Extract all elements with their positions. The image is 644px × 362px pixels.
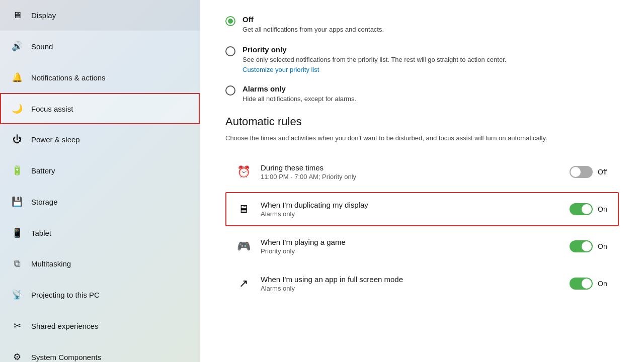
sidebar-item-storage[interactable]: 💾Storage <box>0 186 200 217</box>
rule-control-duplicating-display: On <box>570 203 610 215</box>
rule-subtitle-playing-game: Priority only <box>261 247 561 255</box>
radio-circle-off[interactable] <box>225 16 235 26</box>
radio-option-priority-only[interactable]: Priority onlySee only selected notificat… <box>225 45 619 73</box>
radio-desc-alarms-only: Hide all notifications, except for alarm… <box>243 95 356 104</box>
radio-text-alarms-only: Alarms onlyHide all notifications, excep… <box>243 84 356 104</box>
sidebar-label-sound: Sound <box>31 42 53 51</box>
rule-toggle-full-screen[interactable] <box>570 278 593 290</box>
sidebar-label-projecting: Projecting to this PC <box>31 291 100 299</box>
storage-icon: 💾 <box>11 196 23 207</box>
notifications-icon: 🔔 <box>11 72 23 83</box>
display-icon: 🖥 <box>11 10 23 21</box>
rule-icon-during-times: ⏰ <box>234 163 253 181</box>
rule-control-full-screen: On <box>570 278 610 290</box>
sidebar-item-projecting[interactable]: 📡Projecting to this PC <box>0 279 200 310</box>
rule-icon-playing-game: 🎮 <box>234 237 253 255</box>
automatic-rules-desc: Choose the times and activities when you… <box>225 133 619 143</box>
radio-option-off[interactable]: OffGet all notifications from your apps … <box>225 15 619 34</box>
radio-desc-off: Get all notifications from your apps and… <box>243 25 384 34</box>
sidebar-label-tablet: Tablet <box>31 229 51 237</box>
rule-toggle-label-full-screen: On <box>598 280 610 288</box>
sidebar-label-battery: Battery <box>31 166 55 175</box>
radio-circle-alarms-only[interactable] <box>225 85 235 96</box>
sidebar-item-power-sleep[interactable]: ⏻Power & sleep <box>0 124 200 155</box>
radio-circle-priority-only[interactable] <box>225 46 235 56</box>
sidebar-label-storage: Storage <box>31 198 58 206</box>
rule-toggle-playing-game[interactable] <box>570 240 593 252</box>
radio-label-alarms-only: Alarms only <box>243 84 356 93</box>
sidebar-item-battery[interactable]: 🔋Battery <box>0 155 200 186</box>
rule-toggle-knob-full-screen <box>582 279 592 289</box>
multitasking-icon: ⧉ <box>11 258 23 269</box>
sidebar-label-shared-exp: Shared experiences <box>31 322 98 330</box>
rule-toggle-knob-playing-game <box>582 241 592 251</box>
rule-toggle-knob-during-times <box>571 167 581 177</box>
rule-icon-duplicating-display: 🖥 <box>234 200 253 218</box>
rule-subtitle-full-screen: Alarms only <box>261 285 561 292</box>
sidebar-item-tablet[interactable]: 📱Tablet <box>0 217 200 248</box>
sidebar-label-power-sleep: Power & sleep <box>31 135 80 144</box>
rule-toggle-knob-duplicating-display <box>582 204 592 214</box>
rule-row-full-screen: ↗When I'm using an app in full screen mo… <box>225 266 619 301</box>
sound-icon: 🔊 <box>11 41 23 52</box>
radio-label-priority-only: Priority only <box>243 45 506 54</box>
radio-label-off: Off <box>243 15 384 24</box>
shared-exp-icon: ✂ <box>11 320 23 331</box>
automatic-rules-title: Automatic rules <box>225 115 619 128</box>
rule-title-duplicating-display: When I'm duplicating my display <box>261 201 561 209</box>
rule-toggle-label-during-times: Off <box>598 168 610 176</box>
tablet-icon: 📱 <box>11 227 23 238</box>
rule-icon-full-screen: ↗ <box>234 275 253 293</box>
rule-row-during-times: ⏰During these times11:00 PM - 7:00 AM; P… <box>225 155 619 189</box>
radio-text-off: OffGet all notifications from your apps … <box>243 15 384 34</box>
system-comp-icon: ⚙ <box>11 351 23 362</box>
rule-toggle-during-times[interactable] <box>570 166 593 178</box>
rule-title-during-times: During these times <box>261 163 561 172</box>
radio-desc-priority-only: See only selected notifications from the… <box>243 55 506 64</box>
rule-title-full-screen: When I'm using an app in full screen mod… <box>261 275 561 284</box>
sidebar-item-shared-exp[interactable]: ✂Shared experiences <box>0 310 200 341</box>
rule-text-full-screen: When I'm using an app in full screen mod… <box>261 275 561 292</box>
rule-subtitle-during-times: 11:00 PM - 7:00 AM; Priority only <box>261 173 561 180</box>
main-content: OffGet all notifications from your apps … <box>200 0 644 362</box>
projecting-icon: 📡 <box>11 289 23 300</box>
rule-text-playing-game: When I'm playing a gamePriority only <box>261 238 561 255</box>
battery-icon: 🔋 <box>11 165 23 176</box>
rule-toggle-duplicating-display[interactable] <box>570 203 593 215</box>
rule-title-playing-game: When I'm playing a game <box>261 238 561 246</box>
sidebar-item-display[interactable]: 🖥Display <box>0 0 200 31</box>
sidebar-label-notifications: Notifications & actions <box>31 73 106 82</box>
sidebar-item-focus-assist[interactable]: 🌙Focus assist <box>0 93 200 124</box>
rule-subtitle-duplicating-display: Alarms only <box>261 210 561 218</box>
radio-option-alarms-only[interactable]: Alarms onlyHide all notifications, excep… <box>225 84 619 104</box>
radio-text-priority-only: Priority onlySee only selected notificat… <box>243 45 506 73</box>
focus-assist-icon: 🌙 <box>11 103 23 114</box>
sidebar-item-notifications[interactable]: 🔔Notifications & actions <box>0 62 200 93</box>
sidebar-item-multitasking[interactable]: ⧉Multitasking <box>0 248 200 279</box>
sidebar-label-multitasking: Multitasking <box>31 259 71 268</box>
rule-text-duplicating-display: When I'm duplicating my displayAlarms on… <box>261 201 561 218</box>
sidebar: 🖥Display🔊Sound🔔Notifications & actions🌙F… <box>0 0 200 362</box>
rule-row-duplicating-display: 🖥When I'm duplicating my displayAlarms o… <box>225 192 619 226</box>
sidebar-label-system-comp: System Components <box>31 353 101 361</box>
sidebar-item-system-comp[interactable]: ⚙System Components <box>0 341 200 362</box>
sidebar-item-sound[interactable]: 🔊Sound <box>0 31 200 62</box>
rule-control-during-times: Off <box>570 166 610 178</box>
sidebar-label-focus-assist: Focus assist <box>31 105 73 113</box>
rule-control-playing-game: On <box>570 240 610 252</box>
radio-link-priority-only[interactable]: Customize your priority list <box>243 66 506 73</box>
rule-row-playing-game: 🎮When I'm playing a gamePriority onlyOn <box>225 229 619 263</box>
power-sleep-icon: ⏻ <box>11 134 23 145</box>
rule-toggle-label-playing-game: On <box>598 242 610 250</box>
rule-text-during-times: During these times11:00 PM - 7:00 AM; Pr… <box>261 163 561 180</box>
sidebar-label-display: Display <box>31 11 56 20</box>
rule-toggle-label-duplicating-display: On <box>598 205 610 213</box>
